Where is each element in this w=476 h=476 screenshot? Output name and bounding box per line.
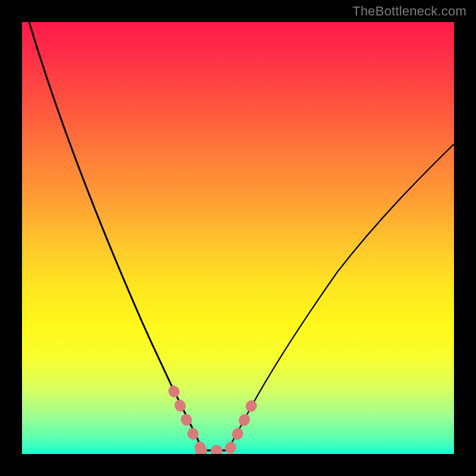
curve-left-arm	[29, 22, 202, 450]
plot-area	[22, 22, 454, 454]
watermark-text: TheBottleneck.com	[352, 4, 466, 19]
curves-layer	[22, 22, 454, 454]
curve-right-arm	[227, 144, 454, 450]
chart-frame: TheBottleneck.com	[0, 0, 476, 476]
